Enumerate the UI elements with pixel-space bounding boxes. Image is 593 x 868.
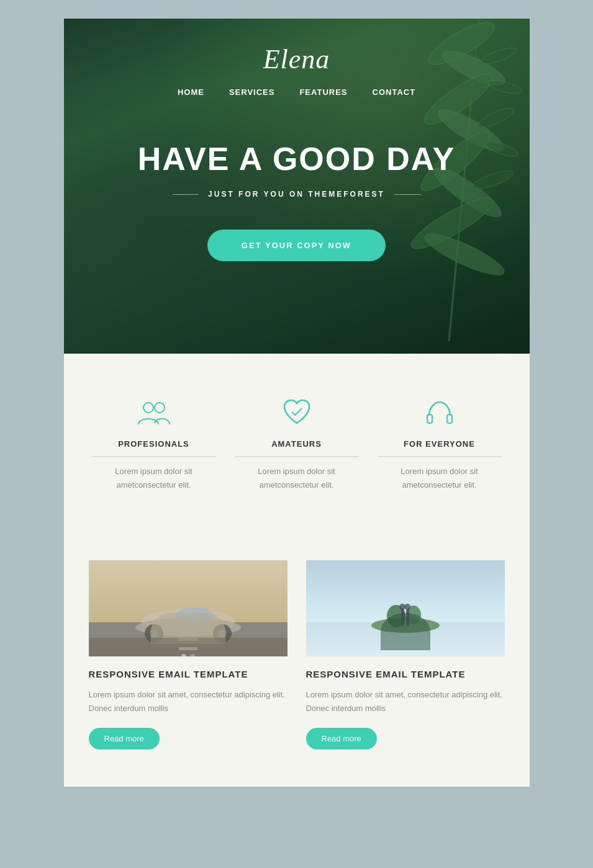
svg-point-15 — [155, 403, 165, 413]
blog-section: RESPONSIVE EMAIL TEMPLATE Lorem ipsum do… — [64, 535, 530, 787]
svg-point-26 — [145, 624, 163, 643]
dot-1[interactable] — [181, 654, 186, 656]
headphones-icon — [421, 397, 458, 428]
hero-divider: JUST FOR YOU ON THEMEFOREST — [173, 190, 421, 199]
slider-dots — [89, 654, 287, 656]
features-grid: PROFESIONALS Lorem ipsum dolor sit ametc… — [89, 397, 505, 492]
hero-section: Elena HOME SERVICES FEATURES CONTACT HAV… — [64, 19, 530, 354]
blog-card-1-title: RESPONSIVE EMAIL TEMPLATE — [89, 669, 287, 679]
divider-line-right — [394, 194, 421, 195]
svg-point-25 — [176, 607, 213, 622]
blog-card-2-text: Lorem ipsum dolor sit amet, consectetur … — [306, 688, 505, 715]
svg-point-38 — [404, 604, 410, 610]
read-more-button-2[interactable]: Read more — [306, 728, 377, 749]
nav-services[interactable]: SERVICES — [229, 87, 275, 97]
feature-professionals: PROFESIONALS Lorem ipsum dolor sit ametc… — [92, 397, 216, 492]
main-nav: HOME SERVICES FEATURES CONTACT — [178, 87, 415, 97]
hero-title: HAVE A GOOD DAY — [138, 140, 456, 177]
blog-card-1: RESPONSIVE EMAIL TEMPLATE Lorem ipsum do… — [89, 560, 287, 749]
svg-point-23 — [142, 609, 235, 636]
svg-rect-19 — [89, 622, 287, 656]
feature-amateurs-title: AMATEURS — [235, 439, 359, 457]
nav-home[interactable]: HOME — [178, 87, 204, 97]
svg-rect-20 — [179, 629, 197, 632]
svg-point-29 — [218, 629, 227, 638]
blog-grid: RESPONSIVE EMAIL TEMPLATE Lorem ipsum do… — [89, 560, 505, 749]
divider-line-left — [173, 194, 199, 195]
svg-rect-16 — [427, 414, 432, 423]
feature-everyone: FOR EVERYONE Lorem ipsum dolor sit ametc… — [378, 397, 502, 492]
page-wrapper: Elena HOME SERVICES FEATURES CONTACT HAV… — [64, 19, 530, 787]
svg-rect-37 — [406, 609, 409, 626]
blog-card-2-title: RESPONSIVE EMAIL TEMPLATE — [306, 669, 505, 679]
users-icon — [135, 397, 173, 428]
svg-point-14 — [143, 403, 153, 413]
heart-icon — [278, 397, 315, 428]
blog-card-2: RESPONSIVE EMAIL TEMPLATE Lorem ipsum do… — [306, 560, 505, 749]
blog-card-1-text: Lorem ipsum dolor sit amet, consectetur … — [89, 688, 287, 715]
svg-rect-31 — [306, 622, 505, 656]
feature-amateurs-text: Lorem ipsum dolor sit ametconsectetur el… — [235, 465, 359, 492]
hero-content: Elena HOME SERVICES FEATURES CONTACT HAV… — [64, 19, 530, 261]
feature-amateurs: AMATEURS Lorem ipsum dolor sit ametconse… — [235, 397, 359, 492]
feature-professionals-title: PROFESIONALS — [92, 439, 216, 457]
svg-rect-17 — [447, 414, 452, 423]
svg-rect-22 — [179, 647, 197, 650]
feature-everyone-title: FOR EVERYONE — [378, 439, 502, 457]
svg-rect-21 — [179, 638, 197, 641]
nav-features[interactable]: FEATURES — [299, 87, 347, 97]
read-more-button-1[interactable]: Read more — [89, 728, 160, 749]
hero-subtitle: JUST FOR YOU ON THEMEFOREST — [208, 190, 385, 199]
blog-image-car — [89, 560, 287, 656]
svg-point-32 — [371, 618, 440, 633]
features-section: PROFESIONALS Lorem ipsum dolor sit ametc… — [64, 354, 530, 535]
svg-point-28 — [213, 624, 232, 643]
feature-professionals-text: Lorem ipsum dolor sit ametconsectetur el… — [92, 465, 216, 492]
nav-contact[interactable]: CONTACT — [373, 87, 416, 97]
feature-everyone-text: Lorem ipsum dolor sit ametconsectetur el… — [378, 465, 502, 492]
dot-2[interactable] — [190, 654, 195, 656]
hero-cta-button[interactable]: GET YOUR COPY NOW — [207, 230, 386, 261]
blog-image-couple — [306, 560, 505, 656]
svg-rect-35 — [401, 609, 404, 626]
site-logo: Elena — [263, 43, 330, 75]
svg-point-27 — [150, 629, 158, 638]
